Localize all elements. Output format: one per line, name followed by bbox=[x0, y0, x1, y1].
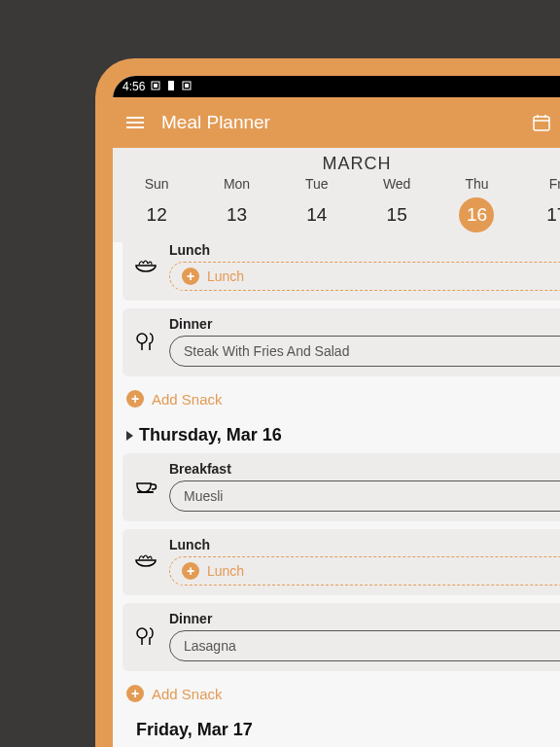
status-icon bbox=[166, 80, 176, 94]
svg-rect-1 bbox=[154, 84, 158, 88]
meal-input-empty[interactable]: + Lunch bbox=[169, 262, 560, 291]
dinner-icon bbox=[132, 328, 159, 355]
meal-input[interactable]: Muesli bbox=[169, 480, 560, 512]
day-number: 17 bbox=[540, 197, 560, 232]
plus-icon: + bbox=[126, 685, 144, 702]
day-number: 13 bbox=[219, 197, 254, 232]
calendar-icon[interactable] bbox=[531, 112, 552, 133]
status-bar: 4:56 bbox=[113, 76, 560, 97]
day-name: Sun bbox=[117, 176, 196, 192]
day-name: Tue bbox=[277, 176, 357, 192]
meal-card-breakfast: Breakfast Muesli bbox=[122, 453, 560, 521]
meal-card-lunch: Lunch + Lunch bbox=[122, 529, 560, 595]
add-snack-button[interactable]: + Add Snack bbox=[113, 384, 560, 417]
calendar-day[interactable]: Fri17 bbox=[517, 176, 560, 232]
meal-list: Lunch + Lunch Dinner Steak With Fries An… bbox=[113, 242, 560, 747]
calendar-day[interactable]: Mon13 bbox=[196, 176, 276, 232]
day-name: Wed bbox=[357, 176, 437, 192]
day-name: Mon bbox=[196, 176, 276, 192]
meal-card-lunch: Lunch + Lunch bbox=[122, 242, 560, 301]
calendar-day[interactable]: Tue14 bbox=[277, 176, 357, 232]
day-header[interactable]: Thursday, Mar 16 bbox=[113, 417, 560, 453]
add-snack-button[interactable]: + Add Snack bbox=[113, 679, 560, 712]
day-number: 14 bbox=[299, 197, 334, 232]
meal-label: Lunch bbox=[169, 242, 560, 258]
app-bar: Meal Planner bbox=[113, 97, 560, 148]
svg-rect-3 bbox=[185, 84, 189, 88]
dinner-icon bbox=[132, 622, 159, 650]
breakfast-icon bbox=[132, 473, 159, 500]
salad-icon bbox=[132, 253, 159, 280]
day-name: Thu bbox=[437, 176, 516, 192]
day-number: 16 bbox=[459, 197, 494, 232]
status-time: 4:56 bbox=[122, 80, 145, 93]
calendar-month: MARCH bbox=[113, 154, 560, 174]
calendar-day[interactable]: Thu16 bbox=[437, 176, 516, 232]
calendar-strip: MARCH Sun12Mon13Tue14Wed15Thu16Fri17 bbox=[113, 148, 560, 242]
day-name: Fri bbox=[517, 176, 560, 192]
meal-input-empty[interactable]: + Lunch bbox=[169, 556, 560, 586]
plus-icon: + bbox=[182, 267, 199, 285]
app-title: Meal Planner bbox=[161, 112, 270, 133]
meal-card-dinner: Dinner Steak With Fries And Salad bbox=[122, 308, 560, 376]
meal-input[interactable]: Lasagna bbox=[169, 630, 560, 661]
menu-icon[interactable] bbox=[124, 112, 146, 133]
status-icon bbox=[151, 80, 160, 93]
plus-icon: + bbox=[126, 390, 144, 408]
status-icon bbox=[182, 80, 192, 93]
chevron-right-icon bbox=[126, 431, 133, 441]
calendar-day[interactable]: Wed15 bbox=[357, 176, 437, 232]
day-number: 12 bbox=[139, 197, 174, 232]
meal-label: Breakfast bbox=[169, 461, 560, 477]
plus-icon: + bbox=[182, 562, 199, 580]
svg-point-9 bbox=[137, 334, 147, 343]
meal-label: Lunch bbox=[169, 537, 560, 552]
calendar-day[interactable]: Sun12 bbox=[117, 176, 196, 232]
meal-label: Dinner bbox=[169, 316, 560, 332]
meal-label: Dinner bbox=[169, 611, 560, 626]
salad-icon bbox=[132, 548, 159, 575]
day-number: 15 bbox=[379, 197, 414, 232]
svg-rect-10 bbox=[137, 491, 154, 493]
day-header[interactable]: Friday, Mar 17 bbox=[113, 712, 560, 747]
meal-card-dinner: Dinner Lasagna bbox=[122, 603, 560, 671]
meal-input[interactable]: Steak With Fries And Salad bbox=[169, 336, 560, 367]
svg-rect-4 bbox=[534, 117, 549, 130]
svg-point-11 bbox=[137, 628, 147, 638]
